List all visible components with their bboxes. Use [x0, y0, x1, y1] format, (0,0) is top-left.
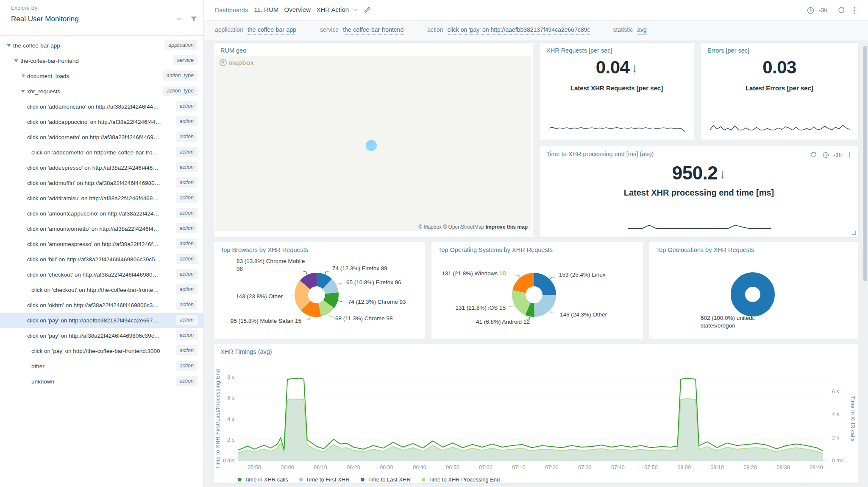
share-link-icon[interactable] [364, 7, 371, 14]
chevron-expanded-icon[interactable] [14, 57, 20, 64]
filter-value[interactable]: click on 'pay' on http://aaefbb382137f49… [448, 26, 590, 35]
tree-item[interactable]: click on 'pay' on http://af38a22f4246f44… [0, 328, 203, 343]
filter-value[interactable]: the-coffee-bar-frontend [343, 26, 403, 35]
panel-resize-grip[interactable] [852, 231, 856, 235]
kpi-value: 950.2 [672, 162, 718, 183]
tree-item[interactable]: click on 'okbtn' on http://af38a22f4246f… [0, 297, 203, 313]
legend-dot [361, 478, 364, 481]
panel-refresh-icon[interactable] [809, 150, 818, 160]
filter-value[interactable]: avg [637, 26, 647, 35]
donut-label: 83 (13.8%) Chrome Mobile 98 [236, 257, 311, 272]
tree-item[interactable]: click on 'addcornetto' on http://af38a22… [0, 129, 203, 145]
tree-item-type-badge: action [176, 345, 198, 355]
browsers-donut-chart[interactable] [291, 269, 342, 320]
panel-errors: Errors [per sec] 0.03 Latest Errors [per… [700, 42, 859, 140]
improve-map-link[interactable]: Improve this map [486, 224, 528, 230]
explore-by-label: Explore By [11, 5, 198, 11]
chart-legend: Time in XHR callsTime to First XHRTime t… [238, 476, 500, 483]
tree-item[interactable]: click on 'addcornetto' on http://the-cof… [0, 145, 203, 160]
tree-item[interactable]: click on 'bill' on http://af38a22f4246f4… [0, 252, 203, 267]
donut-label: 41 (6.8%) Android 12 [476, 318, 530, 326]
time-range-clock-icon[interactable] [806, 6, 815, 15]
tree-item-type-badge: action_type [163, 86, 198, 96]
legend-item[interactable]: Time to First XHR [299, 476, 350, 483]
kpi-value: 0.03 [762, 57, 796, 77]
tree-item-type-badge: action [176, 101, 198, 111]
legend-dot [299, 478, 303, 481]
svg-text:0 ms: 0 ms [223, 458, 234, 464]
time-range-value[interactable]: -3h [819, 7, 827, 14]
kebab-menu-icon[interactable] [849, 6, 859, 15]
panel-title: Time to XHR processing end [ms] (avg) [546, 151, 654, 157]
svg-text:06:00: 06:00 [281, 465, 294, 470]
chevron-collapsed-icon[interactable] [20, 73, 27, 79]
tree-item[interactable]: click on 'amountcornetto' on http://af38… [0, 221, 203, 236]
top-bar: Dashboards 11. RUM - Overview - XHR Acti… [204, 0, 868, 21]
tree-item[interactable]: click on 'checkout' on http://af38a22f42… [0, 267, 203, 282]
legend-dot [238, 478, 242, 481]
svg-text:06:50: 06:50 [446, 465, 459, 470]
panel-time-to-xhr-processing-end: Time to XHR processing end [ms] (avg) -3… [539, 146, 859, 238]
tree-item[interactable]: click on 'pay' on http://aaefbb382137f49… [0, 313, 203, 328]
geolocations-donut-chart[interactable] [727, 269, 778, 320]
filter-statistic: statisticavg [613, 26, 647, 35]
tree-item[interactable]: click on 'amountcappuccino' on http://af… [0, 206, 203, 221]
panel-clock-icon[interactable] [821, 150, 830, 160]
sidebar: Explore By Real User Monitoring the-coff… [0, 0, 204, 487]
tree-item[interactable]: click on 'addespresso' on http://af38a22… [0, 160, 203, 175]
legend-item[interactable]: Time to Last XHR [361, 476, 411, 483]
kpi-caption: Latest XHR processing end time [ms] [540, 188, 858, 198]
map-location-marker[interactable] [366, 140, 377, 151]
tree-item[interactable]: the-coffee-bar-frontendservice [0, 53, 203, 68]
donut-label: 65 (10.8%) Firefox 96 [346, 279, 401, 286]
tree-item[interactable]: click on 'checkout' on http://the-coffee… [0, 282, 203, 297]
svg-text:08:30: 08:30 [776, 465, 790, 470]
xhr-timings-chart[interactable]: 0 ms2 s4 s6 s8 s0 ms2 s4 s6 s05:5006:000… [214, 344, 858, 473]
legend-item[interactable]: Time in XHR calls [238, 476, 288, 483]
legend-item[interactable]: Time to XHR Processing End [422, 476, 500, 483]
dashboard-selector[interactable]: 11. RUM - Overview - XHR Action [253, 4, 359, 16]
explore-by-value[interactable]: Real User Monitoring [11, 15, 175, 23]
tree-item[interactable]: the-coffee-bar-appapplication [0, 38, 203, 53]
filter-funnel-icon[interactable] [190, 16, 198, 22]
filter-value[interactable]: the-coffee-bar-app [248, 26, 296, 35]
chevron-down-icon[interactable] [175, 17, 183, 22]
filter-application: applicationthe-coffee-bar-app [215, 26, 296, 35]
tree-item[interactable]: click on 'addmuffin' on http://af38a22f4… [0, 175, 203, 190]
dashboard-title[interactable]: 11. RUM - Overview - XHR Action [254, 6, 349, 13]
svg-text:6 s: 6 s [227, 395, 234, 401]
refresh-icon[interactable] [837, 6, 846, 15]
svg-text:06:20: 06:20 [347, 465, 360, 470]
svg-text:08:20: 08:20 [743, 465, 757, 470]
tree-item[interactable]: click on 'addcappuccino' on http://af38a… [0, 114, 203, 129]
legend-label: Time to First XHR [306, 476, 350, 483]
panel-title: Top Browsers by XHR Requests [220, 246, 308, 253]
tree-item[interactable]: click on 'amountespresso' on http://af38… [0, 236, 203, 252]
tree-item[interactable]: click on 'pay' on http://the-coffee-bar-… [0, 343, 203, 358]
chevron-expanded-icon[interactable] [20, 88, 27, 95]
panel-top-browsers: Top Browsers by XHR Requests 74 (12.3%) … [213, 242, 425, 339]
tree-item-type-badge: action [176, 116, 198, 126]
svg-text:Time in XHR calls: Time in XHR calls [850, 396, 856, 442]
kpi-caption: Latest Errors [per sec] [701, 84, 858, 92]
panel-title: RUM geo [220, 47, 246, 54]
dashboards-label[interactable]: Dashboards [215, 7, 248, 14]
svg-text:06:40: 06:40 [413, 465, 426, 470]
svg-text:2 s: 2 s [832, 435, 839, 441]
trend-down-arrow: ↓ [631, 61, 637, 75]
panel-top-geolocations: Top Geolocations by XHR Requests 602 (10… [649, 242, 858, 339]
map-canvas[interactable]: mapbox © Mapbox © OpenStreetMap Improve … [215, 56, 531, 231]
tree-item-type-badge: action [176, 177, 198, 188]
tree-item[interactable]: otheraction [0, 358, 203, 374]
chevron-expanded-icon[interactable] [6, 42, 13, 49]
tree-item[interactable]: click on 'addtiramisu' on http://af38a22… [0, 190, 203, 206]
tree-item[interactable]: document_loadsaction_type [0, 68, 203, 84]
vertical-scrollbar[interactable] [863, 46, 867, 281]
tree-item[interactable]: xhr_requestsaction_type [0, 84, 203, 99]
tree-item[interactable]: click on 'addamericano' on http://af38a2… [0, 99, 203, 114]
chevron-down-icon [353, 8, 358, 11]
tree-item[interactable]: unknownaction [0, 374, 203, 389]
os-donut-chart[interactable] [509, 269, 559, 320]
panel-time-range[interactable]: -3h [833, 152, 842, 158]
panel-kebab-icon[interactable] [845, 150, 854, 160]
